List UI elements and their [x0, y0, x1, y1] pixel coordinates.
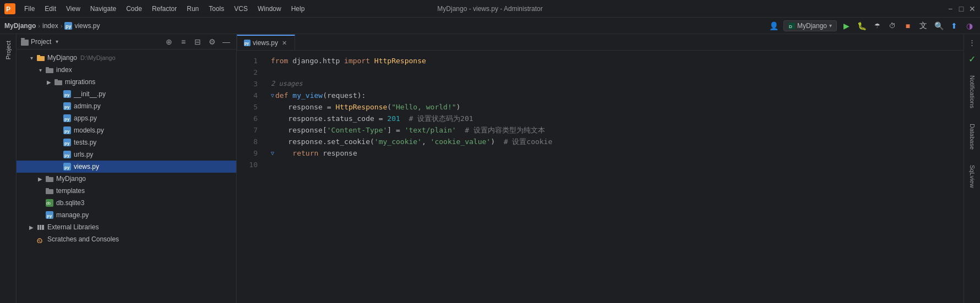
tree-item-scratches[interactable]: ▶ ✎ Scratches and Consoles [17, 233, 236, 245]
tree-item-manage[interactable]: ▶ py manage.py [17, 209, 236, 221]
code-line-10 [271, 159, 957, 170]
breadcrumb-file[interactable]: py views.py [64, 22, 100, 30]
folder-icon [45, 65, 54, 74]
code-space [288, 90, 293, 101]
search-button[interactable]: 🔍 [933, 20, 945, 32]
tree-label-init: __init__.py [74, 90, 106, 98]
spacer: ▶ [36, 187, 44, 195]
translate-button[interactable]: 文 [917, 20, 929, 32]
debug-button[interactable]: 🐛 [856, 20, 868, 32]
tree-item-external-libs[interactable]: ▶ External Libraries [17, 221, 236, 233]
svg-rect-6 [21, 40, 29, 46]
spacer: ▶ [54, 163, 62, 170]
editor-area: py views.py ✕ 1 2 3 4 5 6 7 8 9 10 f [237, 34, 963, 303]
tree-item-admin[interactable]: ▶ py admin.py [17, 100, 236, 112]
sidebar-tab-project[interactable]: Project [3, 36, 14, 64]
breadcrumb-sep-1: › [38, 23, 40, 29]
scratches-icon: ✎ [36, 235, 45, 244]
folder-icon [54, 78, 63, 86]
editor-tab-views[interactable]: py views.py ✕ [237, 35, 295, 50]
profile-run-button[interactable]: ⏱ [886, 20, 899, 32]
python-file-icon: py [63, 138, 72, 147]
menu-help[interactable]: Help [287, 4, 309, 14]
run-config-selector[interactable]: D MyDjango ▾ [783, 20, 837, 31]
code-line-2 [271, 67, 957, 78]
menu-file[interactable]: File [20, 4, 39, 14]
tree-hide-button[interactable]: — [221, 36, 232, 47]
str-cookie-value: 'cookie_value' [431, 136, 491, 147]
spacer: ▶ [54, 126, 62, 134]
coverage-button[interactable]: ☂ [871, 20, 883, 32]
upload-button[interactable]: ⬆ [948, 20, 960, 32]
menu-tools[interactable]: Tools [204, 4, 228, 14]
database-tab[interactable]: Database [967, 119, 978, 154]
svg-text:py: py [47, 213, 52, 218]
svg-text:py: py [64, 129, 70, 134]
python-file-icon: py [63, 150, 72, 159]
run-config-chevron: ▾ [829, 23, 832, 29]
run-config-label: MyDjango [797, 22, 827, 30]
run-button[interactable]: ▶ [840, 20, 852, 32]
tree-item-views[interactable]: ▶ py views.py [17, 161, 236, 173]
tree-title-chevron[interactable]: ▾ [56, 38, 58, 45]
tree-item-migrations[interactable]: ▶ migrations [17, 76, 236, 88]
tree-item-templates[interactable]: ▶ templates [17, 185, 236, 197]
tree-settings-button[interactable]: ⚙ [206, 36, 217, 47]
tree-item-db[interactable]: ▶ db db.sqlite3 [17, 197, 236, 209]
tree-more-button[interactable]: ⊟ [192, 36, 203, 47]
func-my-view: my_view [292, 90, 323, 101]
menu-navigate[interactable]: Navigate [86, 4, 121, 14]
keyword-from: from [271, 55, 288, 67]
editor-content: 1 2 3 4 5 6 7 8 9 10 from django.http im… [237, 51, 963, 303]
tree-item-mydjango-sub[interactable]: ▶ MyDjango [17, 173, 236, 185]
menu-refactor[interactable]: Refactor [148, 4, 181, 14]
code-paren3: ) [456, 101, 461, 113]
sqlview-tab[interactable]: SqLview [967, 161, 978, 192]
tree-item-apps[interactable]: ▶ py apps.py [17, 112, 236, 124]
line-num-3: 3 [237, 78, 258, 90]
right-sidebar-menu-button[interactable]: ⋮ [966, 36, 978, 48]
tree-item-init[interactable]: ▶ py __init__.py [17, 88, 236, 100]
breadcrumb-project[interactable]: MyDjango [4, 22, 36, 30]
menu-code[interactable]: Code [122, 4, 146, 14]
django-icon: D [788, 23, 795, 29]
tree-label-migrations: migrations [65, 78, 95, 86]
menu-window[interactable]: Window [253, 4, 286, 14]
minimize-button[interactable]: − [947, 5, 954, 12]
line-num-10: 10 [237, 159, 258, 170]
library-icon [36, 223, 45, 232]
app-logo: P [4, 3, 15, 14]
tree-item-models[interactable]: ▶ py models.py [17, 124, 236, 136]
theme-button[interactable]: ◑ [963, 20, 976, 32]
file-tree-panel: Project ▾ ⊕ ≡ ⊟ ⚙ — ▾ MyDjango D:\MyDjan… [17, 34, 237, 303]
tree-label-mydjango-sub: MyDjango [56, 175, 86, 183]
chevron-right-icon: ▶ [36, 175, 44, 183]
chevron-right-icon: ▶ [45, 78, 53, 86]
stop-button[interactable]: ■ [902, 20, 914, 32]
code-space [370, 55, 374, 67]
tree-item-index[interactable]: ▾ index [17, 64, 236, 76]
menu-view[interactable]: View [62, 4, 85, 14]
code-line-9: ▽ return response [271, 147, 957, 159]
menu-edit[interactable]: Edit [40, 4, 61, 14]
tree-collapse-button[interactable]: ≡ [178, 36, 189, 47]
tree-item-mydjango-root[interactable]: ▾ MyDjango D:\MyDjango [17, 52, 236, 64]
maximize-button[interactable]: □ [958, 5, 965, 12]
notifications-tab[interactable]: Notifications [967, 71, 978, 113]
chevron-down-icon: ▾ [36, 66, 44, 74]
code-editor[interactable]: from django.http import HttpResponse 2 u… [264, 51, 963, 303]
tab-close-button[interactable]: ✕ [280, 39, 288, 47]
line-num-1: 1 [237, 55, 258, 67]
tree-item-urls[interactable]: ▶ py urls.py [17, 148, 236, 161]
right-sidebar: ⋮ ✓ Notifications Database SqLview [963, 34, 980, 303]
code-line-5: response = HttpResponse ( "Hello, world!… [271, 101, 957, 113]
breadcrumb-folder[interactable]: index [42, 22, 58, 30]
tree-locate-button[interactable]: ⊕ [164, 36, 175, 47]
menu-run[interactable]: Run [182, 4, 203, 14]
close-button[interactable]: ✕ [969, 5, 976, 12]
profile-button[interactable]: 👤 [768, 20, 780, 32]
menu-vcs[interactable]: VCS [230, 4, 252, 14]
tree-item-tests[interactable]: ▶ py tests.py [17, 136, 236, 148]
svg-rect-38 [42, 225, 44, 230]
line-numbers: 1 2 3 4 5 6 7 8 9 10 [237, 51, 264, 303]
